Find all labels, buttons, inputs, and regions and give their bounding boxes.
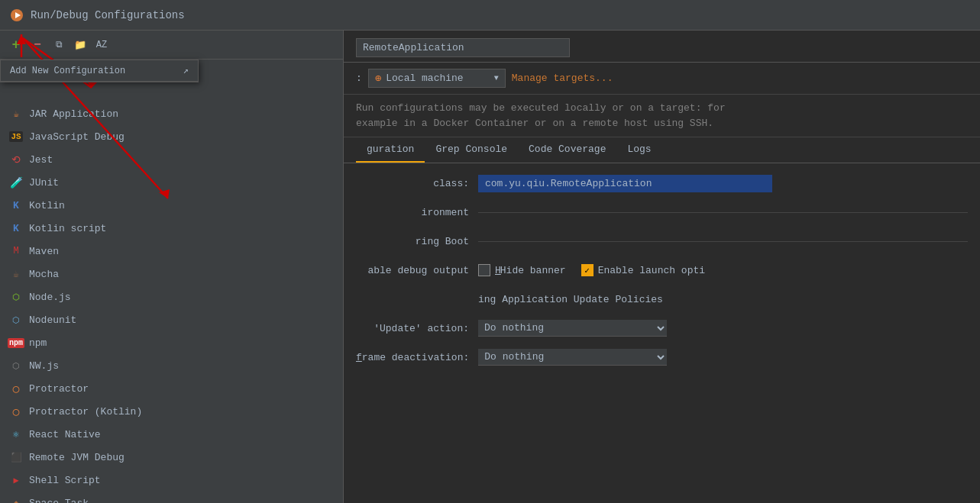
config-item-label: JavaScript Debug bbox=[29, 131, 125, 143]
class-input[interactable] bbox=[478, 175, 772, 192]
add-new-configuration-dropdown: Add New Configuration ↗ bbox=[0, 60, 199, 82]
list-item[interactable]: ☕ Mocha bbox=[0, 263, 343, 285]
tab-configuration[interactable]: guration bbox=[356, 137, 425, 163]
config-item-label: Protractor (Kotlin) bbox=[29, 406, 142, 418]
list-item[interactable]: JS JavaScript Debug bbox=[0, 125, 343, 148]
list-item[interactable]: ⬡ Nodeunit bbox=[0, 308, 343, 331]
config-item-label: JUnit bbox=[29, 177, 59, 189]
target-dropdown-text: Local machine bbox=[386, 73, 490, 84]
list-item[interactable]: ⚛ React Native bbox=[0, 423, 343, 446]
jest-icon: ⟲ bbox=[9, 153, 23, 166]
tabs-bar: guration Grep Console Code Coverage Logs bbox=[344, 137, 980, 163]
chevron-down-icon: ▼ bbox=[494, 74, 499, 82]
spring-boot-value bbox=[478, 241, 968, 242]
config-item-label: Shell Script bbox=[29, 475, 101, 486]
list-item[interactable]: ☕ JAR Application bbox=[0, 102, 343, 125]
enable-launch-checkbox[interactable] bbox=[581, 264, 593, 276]
tab-logs[interactable]: Logs bbox=[616, 137, 661, 163]
title-bar: Run/Debug Configurations bbox=[0, 0, 980, 31]
target-dropdown[interactable]: ⊕ Local machine ▼ bbox=[368, 69, 506, 88]
list-item[interactable]: npm npm bbox=[0, 331, 343, 354]
update-action-row: 'Update' action: Do nothing Update class… bbox=[356, 318, 968, 339]
debug-output-checkboxes: HHide banner Enable launch opti bbox=[478, 264, 968, 276]
list-item[interactable]: 🧪 JUnit bbox=[0, 171, 343, 194]
config-name-input[interactable] bbox=[356, 38, 570, 57]
kotlin-icon: K bbox=[9, 198, 23, 212]
app-icon bbox=[9, 8, 24, 23]
info-text-block: Run configurations may be executed local… bbox=[344, 95, 980, 137]
protractor-icon: ◯ bbox=[9, 382, 23, 395]
protractor-kotlin-icon: ◯ bbox=[9, 405, 23, 418]
spring-boot-row: ring Boot bbox=[356, 231, 968, 252]
nodejs-icon: ⬡ bbox=[9, 290, 23, 304]
debug-output-row: able debug output HHide banner Enable la… bbox=[356, 260, 968, 281]
js-debug-icon: JS bbox=[9, 130, 23, 143]
junit-icon: 🧪 bbox=[9, 176, 23, 189]
environment-label: ironment bbox=[356, 207, 478, 218]
target-colon-label: : bbox=[356, 73, 362, 84]
hide-banner-label: HHide banner bbox=[495, 265, 566, 276]
update-action-select[interactable]: Do nothing Update classes and resources … bbox=[478, 320, 667, 337]
list-item[interactable]: ◯ Protractor (Kotlin) bbox=[0, 400, 343, 423]
nodeunit-icon: ⬡ bbox=[9, 313, 23, 327]
list-item[interactable]: ⬡ NW.js bbox=[0, 354, 343, 377]
config-item-label: Protractor bbox=[29, 383, 89, 395]
list-item[interactable]: K Kotlin script bbox=[0, 217, 343, 240]
update-policies-text: ing Application Update Policies bbox=[478, 294, 663, 305]
list-item[interactable]: ◯ Protractor bbox=[0, 377, 343, 400]
list-item[interactable]: ⬛ Remote JVM Debug bbox=[0, 446, 343, 469]
update-policies-section: ing Application Update Policies bbox=[478, 294, 968, 305]
config-item-label: Jest bbox=[29, 154, 53, 166]
space-task-icon: ◈ bbox=[9, 496, 23, 503]
remove-button[interactable]: − bbox=[29, 37, 46, 53]
hide-banner-checkbox-item[interactable]: HHide banner bbox=[478, 264, 566, 276]
config-item-label: Nodeunit bbox=[29, 314, 76, 326]
tab-grep-console[interactable]: Grep Console bbox=[425, 137, 518, 163]
list-item[interactable]: ◈ Space Task bbox=[0, 492, 343, 503]
target-row: : ⊕ Local machine ▼ Manage targets... bbox=[344, 63, 980, 95]
list-item[interactable]: M Maven bbox=[0, 240, 343, 263]
enable-launch-checkbox-item[interactable]: Enable launch opti bbox=[581, 264, 705, 276]
mocha-icon: ☕ bbox=[9, 267, 23, 281]
kotlin-script-icon: K bbox=[9, 221, 23, 235]
react-native-icon: ⚛ bbox=[9, 427, 23, 441]
tab-code-coverage[interactable]: Code Coverage bbox=[518, 137, 616, 163]
info-text: Run configurations may be executed local… bbox=[356, 102, 726, 129]
npm-icon: npm bbox=[9, 336, 23, 350]
environment-row: ironment bbox=[356, 202, 968, 223]
right-panel: : ⊕ Local machine ▼ Manage targets... Ru… bbox=[344, 31, 980, 503]
main-layout: + − ⧉ 📁 AZ Add New Configuration ↗ ☕ JAR… bbox=[0, 31, 980, 503]
toolbar: + − ⧉ 📁 AZ Add New Configuration ↗ bbox=[0, 31, 343, 60]
manage-targets-link[interactable]: Manage targets... bbox=[512, 73, 613, 84]
config-item-label: React Native bbox=[29, 429, 101, 440]
config-item-label: Node.js bbox=[29, 292, 71, 303]
sort-button[interactable]: AZ bbox=[93, 37, 110, 53]
enable-launch-label: Enable launch opti bbox=[598, 265, 705, 276]
nwjs-icon: ⬡ bbox=[9, 359, 23, 372]
list-item[interactable]: ⟲ Jest bbox=[0, 148, 343, 171]
left-panel: + − ⧉ 📁 AZ Add New Configuration ↗ ☕ JAR… bbox=[0, 31, 344, 503]
target-machine-icon: ⊕ bbox=[375, 72, 381, 85]
folder-button[interactable]: 📁 bbox=[72, 37, 89, 53]
copy-button[interactable]: ⧉ bbox=[50, 37, 67, 53]
update-policies-row: ing Application Update Policies bbox=[356, 289, 968, 310]
list-item[interactable]: ⬡ Node.js bbox=[0, 285, 343, 308]
frame-deactivation-select[interactable]: Do nothing Update classes and resources … bbox=[478, 349, 667, 366]
frame-deactivation-label: frame deactivation: bbox=[356, 352, 478, 363]
config-item-label: NW.js bbox=[29, 360, 59, 372]
list-item[interactable]: K Kotlin bbox=[0, 194, 343, 217]
debug-output-label: able debug output bbox=[356, 265, 478, 276]
config-item-label: Mocha bbox=[29, 269, 59, 280]
add-button[interactable]: + bbox=[8, 37, 24, 53]
config-item-label: Space Task bbox=[29, 498, 89, 504]
class-value bbox=[478, 175, 968, 192]
list-item[interactable]: ▶ Shell Script bbox=[0, 469, 343, 492]
update-action-label: 'Update' action: bbox=[356, 323, 478, 334]
hide-banner-checkbox[interactable] bbox=[478, 264, 490, 276]
config-item-label: Kotlin script bbox=[29, 223, 106, 234]
dialog-title: Run/Debug Configurations bbox=[31, 9, 185, 21]
shell-script-icon: ▶ bbox=[9, 473, 23, 487]
add-dropdown-title: Add New Configuration ↗ bbox=[1, 60, 198, 82]
config-item-label: npm bbox=[29, 337, 47, 349]
frame-deactivation-value: Do nothing Update classes and resources … bbox=[478, 349, 968, 366]
